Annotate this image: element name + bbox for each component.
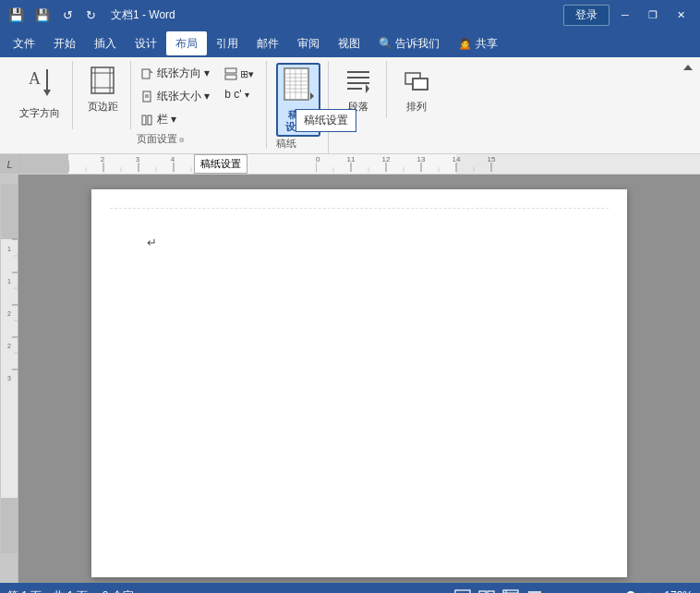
menu-layout[interactable]: 布局 <box>166 31 207 55</box>
svg-text:10: 10 <box>316 155 320 163</box>
svg-rect-16 <box>284 68 308 100</box>
margins-label: 页边距 <box>88 101 118 113</box>
paper-size-button[interactable]: 纸张大小 ▾ <box>137 86 214 107</box>
menu-references[interactable]: 引用 <box>207 31 247 55</box>
svg-text:1: 1 <box>7 246 11 252</box>
cursor-marker: ↵ <box>147 236 157 249</box>
svg-text:2: 2 <box>7 343 11 349</box>
title-bar-right: 登录 ─ ❐ ✕ <box>563 5 693 26</box>
margins-button[interactable]: 页边距 <box>82 63 123 115</box>
columns-label: 栏 ▾ <box>157 112 176 127</box>
view-web-button[interactable] <box>501 587 521 593</box>
ruler-right-ticks: 10 11 12 13 14 15 <box>316 154 501 174</box>
main-content: 1 1 2 2 3 <box>0 175 700 583</box>
svg-text:2: 2 <box>101 155 105 163</box>
minimize-button[interactable]: ─ <box>613 5 637 25</box>
restore-button[interactable]: ❐ <box>641 5 665 25</box>
svg-rect-71 <box>1 498 18 553</box>
svg-text:13: 13 <box>417 155 426 163</box>
stationery-group-label: 稿纸 <box>276 137 320 153</box>
close-button[interactable]: ✕ <box>669 5 693 25</box>
line-numbers-label: ▾ <box>245 90 249 100</box>
menu-file[interactable]: 文件 <box>4 31 44 55</box>
text-direction-items: A 文字方向 <box>15 63 65 124</box>
menu-design[interactable]: 设计 <box>126 31 166 55</box>
svg-marker-2 <box>43 90 51 96</box>
svg-text:3: 3 <box>136 155 140 163</box>
document-text-area[interactable]: ↵ <box>138 226 581 503</box>
svg-text:1: 1 <box>7 278 11 284</box>
ruler-body: 1 2 3 4 5 6 <box>20 154 700 174</box>
paper-size-icon <box>141 91 154 103</box>
stationery-icon <box>282 67 315 107</box>
zoom-minus-button[interactable]: ─ <box>545 588 558 593</box>
menu-home[interactable]: 开始 <box>44 31 85 55</box>
collapse-icon <box>682 61 694 74</box>
document-area[interactable]: ↵ <box>18 175 700 583</box>
columns-icon <box>141 114 154 127</box>
arrange-button[interactable]: 排列 <box>396 63 437 115</box>
ruler-l-label: L <box>0 154 20 174</box>
word-count: 0 个字 <box>103 588 134 593</box>
ruler-tooltip-text: 稿纸设置 <box>200 158 241 169</box>
page-setup-group-label: 页面设置 <box>137 132 177 146</box>
svg-text:2: 2 <box>7 310 11 317</box>
view-outline-button[interactable] <box>525 587 545 593</box>
paper-orientation-button[interactable]: 纸张方向 ▾ <box>137 63 214 84</box>
line-numbers-button[interactable]: b c' ▾ <box>220 85 253 103</box>
menu-tell-me[interactable]: 🔍 告诉我们 <box>369 31 449 55</box>
paragraph-button[interactable]: 段落 <box>338 63 379 115</box>
view-outline-icon <box>526 589 543 593</box>
collapse-ribbon-button[interactable] <box>682 61 694 77</box>
menu-insert[interactable]: 插入 <box>85 31 126 55</box>
horizontal-ruler: L 1 2 3 4 5 <box>0 154 700 175</box>
ribbon-content: A 文字方向 <box>7 61 693 153</box>
tooltip-text: 稿纸设置 <box>304 114 348 127</box>
svg-text:A: A <box>29 69 41 88</box>
page-setup-expand-icon[interactable]: ⌾ <box>179 135 184 144</box>
menu-mailings[interactable]: 邮件 <box>247 31 288 55</box>
line-numbers-icon: b c' <box>224 88 241 101</box>
menu-share[interactable]: 🙍 共享 <box>449 31 506 55</box>
arrange-group-label <box>396 115 437 118</box>
status-right: ─ + 172% <box>545 588 693 593</box>
v-ruler-numbers: 1 1 2 2 3 <box>0 184 18 553</box>
view-layout-button[interactable] <box>453 587 473 593</box>
ribbon-group-stationery: 稿纸 设置▾ ▾ 稿纸 <box>269 61 329 153</box>
text-direction-button[interactable]: A 文字方向 <box>15 63 65 122</box>
svg-text:3: 3 <box>7 375 11 381</box>
undo-button[interactable]: ↺ <box>59 6 77 24</box>
word-icon: 💾 <box>7 6 24 23</box>
breaks-button[interactable]: ⊞▾ <box>220 65 259 83</box>
columns-button[interactable]: 栏 ▾ <box>137 109 181 130</box>
arrange-label: 排列 <box>406 101 427 113</box>
svg-text:14: 14 <box>453 155 461 163</box>
svg-text:11: 11 <box>347 155 356 163</box>
view-reading-button[interactable] <box>477 587 497 593</box>
ribbon-group-page-setup: 纸张方向 ▾ 纸张大小 ▾ <box>133 61 267 149</box>
status-left: 第 1 页，共 1 页 0 个字 <box>7 588 453 593</box>
menu-review[interactable]: 审阅 <box>288 31 329 55</box>
svg-rect-69 <box>1 184 18 239</box>
ribbon-group-margins: 页边距 <box>75 61 131 129</box>
zoom-level: 172% <box>659 589 693 593</box>
ruler-tooltip: 稿纸设置 <box>194 154 247 174</box>
redo-button[interactable]: ↻ <box>82 6 100 24</box>
view-reading-icon <box>478 589 495 593</box>
login-button[interactable]: 登录 <box>563 5 609 26</box>
ruler-right-svg: 10 11 12 13 14 15 <box>316 154 501 172</box>
save-button[interactable]: 💾 <box>31 6 54 24</box>
text-direction-icon: A <box>25 66 54 105</box>
paragraph-items: 段落 <box>338 63 379 115</box>
ribbon-tooltip: 稿纸设置 <box>296 109 356 132</box>
menu-view[interactable]: 视图 <box>329 31 369 55</box>
zoom-plus-button[interactable]: + <box>643 588 654 593</box>
breaks-label: ⊞▾ <box>240 68 254 80</box>
arrange-items: 排列 <box>396 63 437 115</box>
view-web-icon <box>502 589 519 593</box>
page-content: ↵ <box>91 189 627 540</box>
page-setup-items: 纸张方向 ▾ 纸张大小 ▾ <box>137 63 259 130</box>
paper-size-label: 纸张大小 ▾ <box>157 89 210 104</box>
svg-rect-32 <box>413 79 428 90</box>
svg-text:4: 4 <box>171 155 175 163</box>
